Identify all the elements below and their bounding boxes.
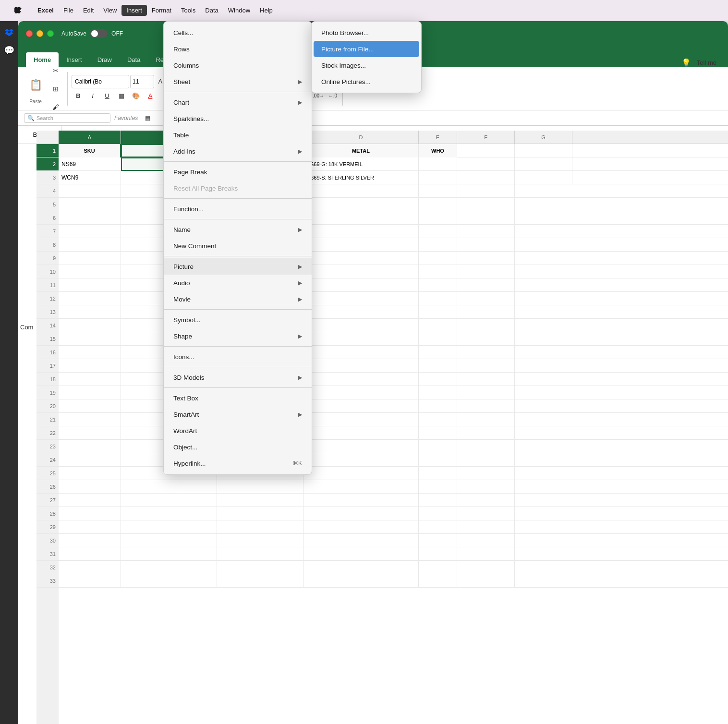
row-num-17[interactable]: 17 (36, 359, 59, 373)
menu-insert[interactable]: Insert (121, 5, 147, 16)
menu-data[interactable]: Data (200, 5, 223, 16)
cell-e26[interactable] (419, 480, 457, 494)
cell-a22[interactable] (59, 426, 121, 440)
cell-f1[interactable] (457, 144, 515, 157)
cell-d28[interactable] (303, 507, 419, 520)
underline-button[interactable]: U (100, 89, 114, 103)
cell-e9[interactable] (419, 252, 457, 265)
cell-a29[interactable] (59, 520, 121, 534)
menu-object[interactable]: Object... (164, 439, 312, 455)
row-num-21[interactable]: 21 (36, 413, 59, 426)
cell-e29[interactable] (419, 520, 457, 534)
menu-chart[interactable]: Chart ▶ (164, 94, 312, 110)
cell-d16[interactable] (303, 346, 419, 359)
row-num-29[interactable]: 29 (36, 520, 59, 534)
cell-a24[interactable] (59, 453, 121, 467)
menu-movie[interactable]: Movie ▶ (164, 291, 312, 307)
row-num-26[interactable]: 26 (36, 480, 59, 494)
cell-e4[interactable] (419, 184, 457, 198)
cell-d10[interactable] (303, 265, 419, 278)
cell-g3[interactable] (515, 171, 572, 184)
cell-d31[interactable] (303, 547, 419, 561)
fav-icon-1[interactable]: ▦ (142, 112, 153, 124)
menu-newcomment[interactable]: New Comment (164, 238, 312, 254)
menu-symbol[interactable]: Symbol... (164, 312, 312, 328)
cell-a18[interactable] (59, 373, 121, 386)
cell-f6[interactable] (457, 211, 515, 225)
menu-audio[interactable]: Audio ▶ (164, 275, 312, 291)
submenu-online-pictures[interactable]: Online Pictures... (312, 73, 421, 90)
menu-icons[interactable]: Icons... (164, 349, 312, 365)
cell-g2[interactable] (515, 157, 572, 171)
cell-d4[interactable] (303, 184, 419, 198)
menu-smartart[interactable]: SmartArt ▶ (164, 406, 312, 422)
cell-d13[interactable] (303, 305, 419, 319)
cell-f8[interactable] (457, 238, 515, 252)
cell-a33[interactable] (59, 574, 121, 588)
cell-a14[interactable] (59, 319, 121, 332)
cell-a26[interactable] (59, 480, 121, 494)
menu-textbox[interactable]: Text Box (164, 390, 312, 406)
cell-c30[interactable] (217, 534, 303, 547)
dropbox-icon[interactable] (2, 25, 16, 39)
cell-d27[interactable] (303, 494, 419, 507)
cell-e11[interactable] (419, 278, 457, 292)
cell-a30[interactable] (59, 534, 121, 547)
row-num-1[interactable]: 1 (36, 144, 59, 157)
cell-a8[interactable] (59, 238, 121, 252)
cell-f16[interactable] (457, 346, 515, 359)
cell-b30[interactable] (121, 534, 217, 547)
menu-help[interactable]: Help (255, 5, 278, 16)
cell-c32[interactable] (217, 561, 303, 574)
app-name[interactable]: Excel (33, 5, 59, 16)
search-box[interactable]: 🔍 Search (24, 113, 110, 123)
cell-d22[interactable] (303, 426, 419, 440)
cell-d5[interactable] (303, 198, 419, 211)
cell-a17[interactable] (59, 359, 121, 373)
row-num-16[interactable]: 16 (36, 346, 59, 359)
cell-d21[interactable] (303, 413, 419, 426)
row-num-7[interactable]: 7 (36, 225, 59, 238)
cell-a10[interactable] (59, 265, 121, 278)
cell-a16[interactable] (59, 346, 121, 359)
cell-e15[interactable] (419, 332, 457, 346)
row-num-20[interactable]: 20 (36, 399, 59, 413)
cell-f9[interactable] (457, 252, 515, 265)
minimize-button[interactable] (36, 30, 43, 37)
cell-a5[interactable] (59, 198, 121, 211)
cell-a15[interactable] (59, 332, 121, 346)
cell-f17[interactable] (457, 359, 515, 373)
cell-a31[interactable] (59, 547, 121, 561)
cell-e5[interactable] (419, 198, 457, 211)
cell-d12[interactable] (303, 292, 419, 305)
cell-a1[interactable]: SKU (59, 144, 121, 157)
font-size-input[interactable] (130, 75, 154, 88)
cell-a19[interactable] (59, 386, 121, 399)
menu-hyperlink[interactable]: Hyperlink... ⌘K (164, 455, 312, 471)
cell-d1[interactable]: METAL (303, 144, 419, 157)
cell-a25[interactable] (59, 467, 121, 480)
col-header-e[interactable]: E (419, 131, 457, 144)
cell-e10[interactable] (419, 265, 457, 278)
cell-f24[interactable] (457, 453, 515, 467)
row-num-25[interactable]: 25 (36, 467, 59, 480)
cell-d6[interactable] (303, 211, 419, 225)
row-num-9[interactable]: 9 (36, 252, 59, 265)
cell-d25[interactable] (303, 467, 419, 480)
cell-d23[interactable] (303, 440, 419, 453)
row-num-27[interactable]: 27 (36, 494, 59, 507)
cell-c33[interactable] (217, 574, 303, 588)
paste-button[interactable]: 📋 (25, 73, 46, 97)
copy-button[interactable]: ⊞ (47, 80, 64, 97)
row-num-32[interactable]: 32 (36, 561, 59, 574)
lightbulb-area[interactable]: 💡 (681, 58, 691, 67)
cell-a20[interactable] (59, 399, 121, 413)
cell-d7[interactable] (303, 225, 419, 238)
close-button[interactable] (26, 30, 33, 37)
menu-table[interactable]: Table (164, 127, 312, 143)
col-header-d[interactable]: D (303, 131, 419, 144)
menu-window[interactable]: Window (223, 5, 255, 16)
menu-sparklines[interactable]: Sparklines... (164, 110, 312, 127)
cell-f10[interactable] (457, 265, 515, 278)
menu-view[interactable]: View (98, 5, 121, 16)
